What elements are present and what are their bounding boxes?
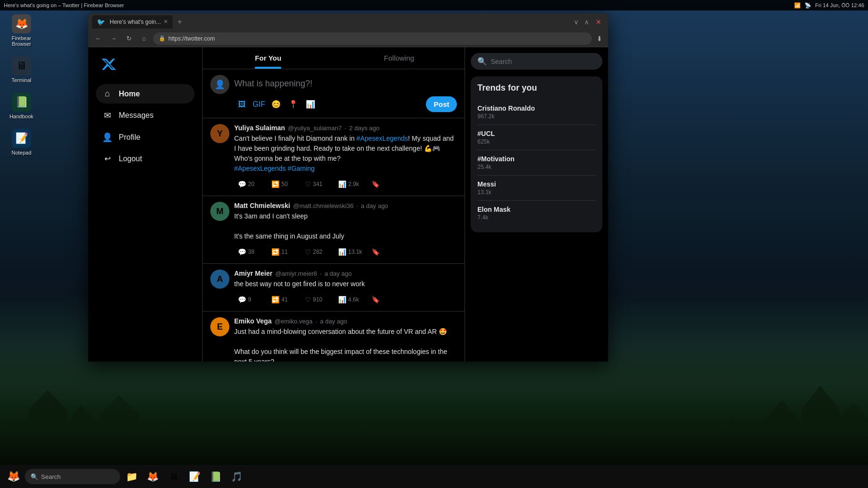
compose-gif-btn[interactable]: GIF <box>251 97 267 112</box>
tweet-3-avatar: A <box>210 270 229 289</box>
tweet-3-retweet[interactable]: 🔁 41 <box>268 294 301 305</box>
desktop-icon-terminal[interactable]: 🖥 Terminal <box>5 56 38 83</box>
tweet-3-views[interactable]: 📊 4.6k <box>334 294 368 305</box>
taskbar-files-icon[interactable]: 📁 <box>122 467 141 486</box>
tweet-2-name: Matt Chmielewski <box>234 202 290 209</box>
tweet-3-comment-count: 9 <box>248 296 251 303</box>
trend-4-name: Elon Mask <box>477 206 596 213</box>
tweet-2-retweet[interactable]: 🔁 11 <box>268 246 301 258</box>
url-bar[interactable]: 🔒 https://twotter.com <box>153 32 592 45</box>
taskbar-notes-icon[interactable]: 📝 <box>185 467 204 486</box>
tweet-4[interactable]: E Emiko Vega @emiko.vega · a day ago Jus… <box>203 311 465 362</box>
forward-button[interactable]: → <box>107 32 120 45</box>
twitter-logo[interactable] <box>96 55 195 78</box>
desktop-icon-handbook[interactable]: 📗 Handbook <box>5 93 38 119</box>
browser-tab-active[interactable]: 🐦 Here's what's goin... ✕ <box>92 15 173 29</box>
taskbar-terminal-icon[interactable]: 🖥 <box>164 467 183 486</box>
tab-list-up[interactable]: ∧ <box>582 17 591 27</box>
tweet-2-time-val: a day ago <box>361 202 388 209</box>
tab-list-down[interactable]: ∨ <box>572 17 580 27</box>
tweet-2-views[interactable]: 📊 13.1k <box>334 246 368 258</box>
tweet-1-time: · <box>345 125 347 132</box>
tweet-1[interactable]: Y Yuliya Sulaiman @yuliya_sulaiman7 · 2 … <box>203 118 465 196</box>
trend-item-1[interactable]: #UCL 625k <box>477 125 596 150</box>
tweet-1-retweet-count: 50 <box>281 181 288 187</box>
refresh-button[interactable]: ↻ <box>123 32 135 45</box>
tweet-3[interactable]: A Amiyr Meier @amiyr.meier8 · a day ago … <box>203 264 465 311</box>
tweet-1-retweet[interactable]: 🔁 50 <box>268 178 301 190</box>
compose-location-btn[interactable]: 📍 <box>286 97 301 112</box>
taskbar-music-icon[interactable]: 🎵 <box>227 467 246 486</box>
new-tab-button[interactable]: + <box>175 18 185 26</box>
download-button[interactable]: ⬇ <box>595 35 604 42</box>
tweet-3-like-count: 910 <box>313 296 322 303</box>
back-button[interactable]: ← <box>92 32 104 45</box>
taskbar-top-left: Here's what's going on – Twotter | Fireb… <box>4 2 124 8</box>
tweet-1-name: Yuliya Sulaiman <box>234 124 285 132</box>
sidebar-item-logout[interactable]: ↩ Logout <box>96 149 195 168</box>
taskbar-top: Here's what's going on – Twotter | Fireb… <box>0 0 868 10</box>
tweet-3-comment[interactable]: 💬 9 <box>234 294 268 305</box>
profile-icon: 👤 <box>102 132 113 143</box>
tweet-3-like[interactable]: ♡ 910 <box>301 294 334 305</box>
compose-image-btn[interactable]: 🖼 <box>234 97 249 112</box>
tab-nav-buttons: ∨ ∧ ✕ <box>572 17 604 27</box>
trend-item-0[interactable]: Cristiano Ronaldo 967.2k <box>477 100 596 125</box>
trend-item-4[interactable]: Elon Mask 7.4k <box>477 201 596 226</box>
tweet-3-body: Amiyr Meier @amiyr.meier8 · a day ago th… <box>234 270 457 305</box>
tweet-2[interactable]: M Matt Chmielewski @matt.chmielewski36 ·… <box>203 196 465 264</box>
trend-0-name: Cristiano Ronaldo <box>477 104 596 112</box>
trend-item-2[interactable]: #Motivation 25.4k <box>477 150 596 176</box>
wifi-icon: 📡 <box>805 2 811 9</box>
tweet-2-dot: · <box>356 202 358 209</box>
tweet-2-actions: 💬 38 🔁 11 ♡ 282 📊 13. <box>234 246 457 258</box>
compose-input-area: What is happening?! 🖼 GIF 😊 📍 📊 Post <box>234 75 457 112</box>
tweet-1-like-count: 341 <box>313 181 322 187</box>
sidebar-item-home[interactable]: ⌂ Home <box>96 84 195 104</box>
tweet-1-views[interactable]: 📊 2.9k <box>334 178 368 190</box>
tweet-2-header: Matt Chmielewski @matt.chmielewski36 · a… <box>234 202 457 209</box>
compose-poll-btn[interactable]: 📊 <box>303 97 318 112</box>
tab-for-you[interactable]: For You <box>203 47 334 69</box>
sidebar-logout-label: Logout <box>119 155 142 163</box>
tweet-1-like[interactable]: ♡ 341 <box>301 178 334 190</box>
home-icon: ⌂ <box>102 89 113 99</box>
post-button[interactable]: Post <box>426 96 457 112</box>
tweet-1-actions: 💬 20 🔁 50 ♡ 341 📊 2.9 <box>234 178 457 190</box>
tweet-2-comment[interactable]: 💬 38 <box>234 246 268 258</box>
taskbar-firebear-icon[interactable]: 🦊 <box>4 467 23 486</box>
browser-titlebar: 🐦 Here's what's goin... ✕ + ∨ ∧ ✕ <box>88 13 608 30</box>
tweet-1-comment[interactable]: 💬 20 <box>234 178 268 190</box>
comment-icon: 💬 <box>238 180 246 188</box>
trend-item-3[interactable]: Messi 13.1k <box>477 176 596 201</box>
twitter-main-feed[interactable]: For You Following 👤 What is happening?! … <box>203 47 465 362</box>
home-button[interactable]: ⌂ <box>138 32 150 45</box>
taskbar-handbook-icon[interactable]: 📗 <box>206 467 225 486</box>
compose-placeholder[interactable]: What is happening?! <box>234 75 457 93</box>
system-time: Fri 14 Jun, ÖÖ 12:46 <box>815 2 864 8</box>
close-browser-button[interactable]: ✕ <box>593 17 604 27</box>
sidebar-item-profile[interactable]: 👤 Profile <box>96 127 195 147</box>
url-text: https://twotter.com <box>168 35 215 42</box>
tweet-1-handle: @yuliya_sulaiman7 <box>288 125 342 132</box>
trend-4-count: 7.4k <box>477 214 596 221</box>
sidebar-item-messages[interactable]: ✉ Messages <box>96 105 195 125</box>
tweet-3-bookmark[interactable]: 🔖 <box>368 294 401 305</box>
trend-1-count: 625k <box>477 138 596 145</box>
tweet-1-header: Yuliya Sulaiman @yuliya_sulaiman7 · 2 da… <box>234 124 457 132</box>
compose-emoji-btn[interactable]: 😊 <box>269 97 284 112</box>
tweet-2-bookmark[interactable]: 🔖 <box>368 246 401 258</box>
desktop-icon-notepad[interactable]: 📝 Notepad <box>5 129 38 156</box>
tweet-3-handle: @amiyr.meier8 <box>275 270 317 277</box>
tab-close-button[interactable]: ✕ <box>164 19 168 25</box>
tweet-2-like[interactable]: ♡ 282 <box>301 246 334 258</box>
search-input[interactable] <box>491 58 596 65</box>
tab-following[interactable]: Following <box>334 47 465 69</box>
sidebar-profile-label: Profile <box>119 133 140 142</box>
taskbar-search[interactable]: 🔍 Search <box>25 469 120 484</box>
desktop-icon-firebear[interactable]: 🦊 Firebear Browser <box>5 14 38 47</box>
tweet-3-header: Amiyr Meier @amiyr.meier8 · a day ago <box>234 270 457 277</box>
right-search-box[interactable]: 🔍 <box>471 53 602 70</box>
tweet-1-bookmark[interactable]: 🔖 <box>368 178 401 190</box>
taskbar-firebear2-icon[interactable]: 🦊 <box>143 467 162 486</box>
